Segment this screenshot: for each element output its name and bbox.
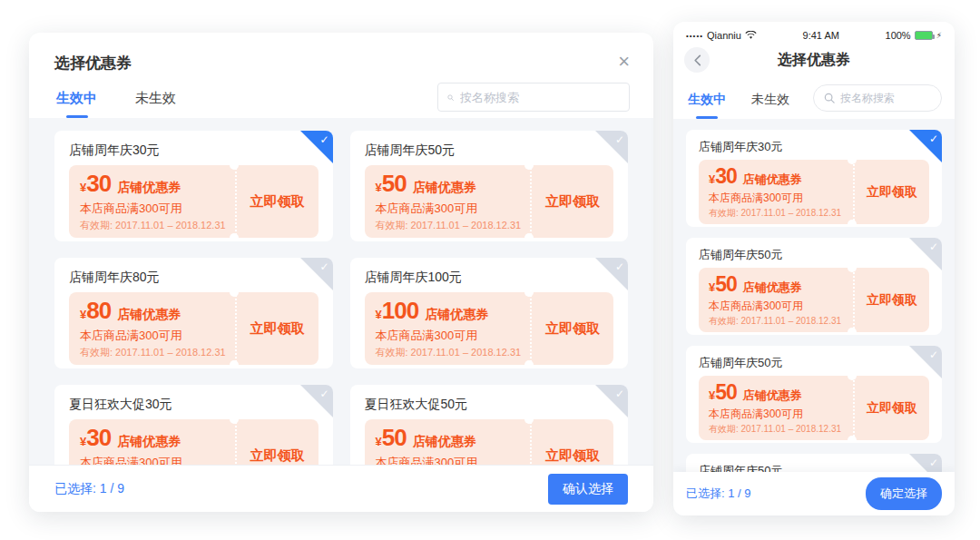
coupon-card-title: 店铺周年庆30元 (699, 139, 929, 154)
currency-symbol: ¥ (376, 308, 382, 321)
coupon-amount: 80 (86, 297, 111, 324)
coupon-ticket: ¥30店铺优惠券 本店商品满300可用 有效期: 2017.11.01 – 20… (69, 165, 318, 238)
claim-button-label: 立即领取 (545, 193, 600, 211)
checkmark-icon: ✓ (615, 388, 624, 400)
carrier-label: Qianniu (707, 30, 741, 41)
coupon-amount: 50 (715, 380, 737, 404)
coupon-card-title: 店铺周年庆30元 (69, 142, 318, 158)
coupon-type-label: 店铺优惠券 (743, 280, 802, 294)
coupon-info: ¥50店铺优惠券 本店商品满300可用 有效期: 2017.11.01 – 20… (365, 419, 531, 465)
coupon-validity: 有效期: 2017.11.01 – 2018.12.31 (80, 346, 224, 358)
mobile-header: 选择优惠券 (673, 43, 955, 77)
coupon-info: ¥50店铺优惠券 本店商品满300可用 有效期: 2017.11.01 – 20… (699, 376, 853, 440)
coupon-type-label: 店铺优惠券 (117, 307, 181, 321)
coupon-ticket: ¥50店铺优惠券 本店商品满300可用 有效期: 2017.11.01 – 20… (699, 268, 929, 332)
coupon-amount: 50 (382, 170, 407, 197)
coupon-condition: 本店商品满300可用 (80, 455, 224, 465)
mobile-tab-active-coupons[interactable]: 生效中 (686, 83, 728, 119)
coupon-info: ¥80店铺优惠券 本店商品满300可用 有效期: 2017.11.01 – 20… (69, 292, 235, 365)
coupon-amount: 50 (715, 272, 737, 296)
confirm-button[interactable]: 确定选择 (866, 477, 942, 510)
coupon-grid: 店铺周年庆30元 ✓ ¥30店铺优惠券 本店商品满300可用 有效期: 2017… (54, 131, 628, 465)
coupon-amount-row: ¥30店铺优惠券 (80, 426, 224, 454)
coupon-amount-row: ¥50店铺优惠券 (709, 273, 843, 299)
coupon-card[interactable]: 店铺周年庆50元 ✓ ¥50店铺优惠券 本店商品满300可用 有效期: 2017… (686, 238, 942, 335)
mobile-search-input[interactable] (840, 92, 931, 104)
currency-symbol: ¥ (376, 435, 382, 448)
mobile-footer: 已选择: 1 / 9 确定选择 (673, 472, 955, 515)
coupon-type-label: 店铺优惠券 (117, 180, 181, 194)
coupon-info: ¥30店铺优惠券 本店商品满300可用 有效期: 2017.11.01 – 20… (699, 160, 853, 224)
claim-button[interactable]: 立即领取 (853, 268, 929, 332)
coupon-ticket: ¥100店铺优惠券 本店商品满300可用 有效期: 2017.11.01 – 2… (365, 292, 614, 365)
battery-icon (915, 31, 933, 40)
claim-button[interactable]: 立即领取 (235, 292, 318, 365)
back-button[interactable] (684, 47, 710, 73)
coupon-validity: 有效期: 2017.11.01 – 2018.12.31 (376, 219, 520, 231)
search-icon (824, 93, 835, 103)
search-box (437, 83, 630, 112)
confirm-button[interactable]: 确认选择 (548, 474, 628, 505)
checkmark-icon: ✓ (615, 260, 624, 273)
claim-button-label: 立即领取 (545, 320, 600, 338)
close-icon[interactable]: × (618, 53, 630, 71)
search-input[interactable] (460, 91, 620, 104)
coupon-card[interactable]: 夏日狂欢大促50元 ✓ ¥50店铺优惠券 本店商品满300可用 有效期: 201… (350, 385, 629, 465)
page-title: 选择优惠券 (54, 53, 132, 74)
coupon-condition: 本店商品满300可用 (376, 201, 520, 216)
coupon-validity: 有效期: 2017.11.01 – 2018.12.31 (709, 315, 843, 327)
coupon-card[interactable]: 夏日狂欢大促30元 ✓ ¥30店铺优惠券 本店商品满300可用 有效期: 201… (54, 385, 333, 465)
clock: 9:41 AM (803, 30, 839, 41)
claim-button-label: 立即领取 (250, 320, 305, 338)
coupon-type-label: 店铺优惠券 (413, 180, 476, 194)
mobile-page-title: 选择优惠券 (778, 51, 850, 70)
coupon-condition: 本店商品满300可用 (80, 201, 224, 216)
coupon-card[interactable]: 店铺周年庆30元 ✓ ¥30店铺优惠券 本店商品满300可用 有效期: 2017… (54, 131, 333, 241)
coupon-amount-row: ¥80店铺优惠券 (80, 299, 224, 327)
claim-button-label: 立即领取 (867, 184, 917, 201)
checkmark-icon: ✓ (929, 133, 938, 145)
coupon-ticket: ¥30店铺优惠券 本店商品满300可用 有效期: 2017.11.01 – 20… (69, 419, 318, 465)
coupon-picker-modal: 选择优惠券 × 生效中 未生效 店铺周年庆30元 ✓ (29, 33, 653, 512)
checkmark-icon: ✓ (929, 349, 938, 361)
search-icon (447, 92, 454, 103)
coupon-ticket: ¥50店铺优惠券 本店商品满300可用 有效期: 2017.11.01 – 20… (365, 165, 614, 238)
coupon-card-title: 店铺周年庆50元 (699, 355, 929, 370)
claim-button[interactable]: 立即领取 (853, 160, 929, 224)
tab-inactive-coupons[interactable]: 未生效 (133, 79, 178, 118)
coupon-card-title: 夏日狂欢大促30元 (69, 396, 318, 412)
coupon-list-area: 店铺周年庆30元 ✓ ¥30店铺优惠券 本店商品满300可用 有效期: 2017… (29, 118, 653, 465)
modal-header: 选择优惠券 × (29, 33, 653, 74)
coupon-validity: 有效期: 2017.11.01 – 2018.12.31 (709, 423, 843, 435)
tabs: 生效中 未生效 (54, 79, 178, 118)
currency-symbol: ¥ (376, 181, 382, 194)
coupon-card[interactable]: 店铺周年庆50元 ✓ ¥50店铺优惠券 本店商品满300可用 有效期: 2017… (686, 346, 942, 443)
mobile-search-box (813, 84, 942, 112)
coupon-amount-row: ¥50店铺优惠券 (376, 172, 520, 200)
tab-active-coupons[interactable]: 生效中 (54, 79, 99, 118)
claim-button[interactable]: 立即领取 (235, 419, 318, 465)
selected-count: 已选择: 1 / 9 (686, 486, 751, 502)
coupon-amount-row: ¥30店铺优惠券 (80, 172, 224, 200)
claim-button[interactable]: 立即领取 (235, 165, 318, 238)
checkmark-icon: ✓ (929, 241, 938, 253)
coupon-card[interactable]: 店铺周年庆100元 ✓ ¥100店铺优惠券 本店商品满300可用 有效期: 20… (350, 258, 629, 368)
claim-button[interactable]: 立即领取 (530, 165, 613, 238)
mobile-tab-inactive-coupons[interactable]: 未生效 (750, 83, 791, 119)
coupon-info: ¥30店铺优惠券 本店商品满300可用 有效期: 2017.11.01 – 20… (69, 165, 235, 238)
checkmark-icon: ✓ (319, 260, 328, 273)
coupon-amount-row: ¥30店铺优惠券 (709, 165, 843, 191)
coupon-card[interactable]: 店铺周年庆50元 ✓ ¥50店铺优惠券 本店商品满300可用 有效期: 2017… (350, 131, 629, 241)
claim-button[interactable]: 立即领取 (530, 419, 613, 465)
coupon-amount: 30 (86, 170, 111, 197)
coupon-type-label: 店铺优惠券 (117, 434, 181, 448)
claim-button[interactable]: 立即领取 (530, 292, 613, 365)
checkmark-icon: ✓ (615, 133, 624, 146)
claim-button-label: 立即领取 (545, 447, 600, 465)
mobile-coupon-picker: ••••• Qianniu 9:41 AM 100% ⚡ 选择优惠券 生效中 未… (673, 22, 955, 515)
coupon-amount-row: ¥50店铺优惠券 (709, 381, 843, 407)
coupon-card[interactable]: 店铺周年庆80元 ✓ ¥80店铺优惠券 本店商品满300可用 有效期: 2017… (54, 258, 333, 368)
coupon-card[interactable]: 店铺周年庆30元 ✓ ¥30店铺优惠券 本店商品满300可用 有效期: 2017… (686, 130, 942, 227)
claim-button[interactable]: 立即领取 (853, 376, 929, 440)
coupon-condition: 本店商品满300可用 (376, 328, 520, 343)
